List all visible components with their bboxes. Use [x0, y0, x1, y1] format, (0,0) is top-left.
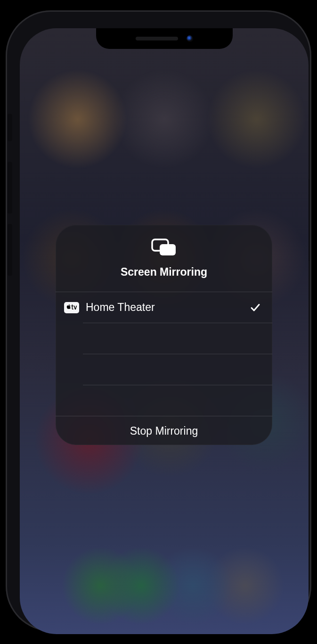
stop-mirroring-label: Stop Mirroring — [130, 425, 198, 437]
volume-up-button — [8, 162, 12, 214]
device-row-home-theater[interactable]: Home Theater — [56, 292, 272, 323]
device-name: Home Theater — [86, 301, 250, 314]
checkmark-icon — [250, 302, 261, 313]
device-row-empty[interactable] — [56, 385, 272, 416]
speaker-grille-icon — [136, 37, 178, 40]
panel-title: Screen Mirroring — [121, 266, 207, 278]
device-row-empty[interactable] — [56, 354, 272, 385]
svg-rect-1 — [160, 244, 176, 255]
phone-frame: Screen Mirroring Home Theater — [6, 10, 311, 631]
panel-header: Screen Mirroring — [56, 225, 272, 292]
stop-mirroring-button[interactable]: Stop Mirroring — [56, 416, 272, 446]
volume-down-button — [8, 224, 12, 276]
apple-tv-icon — [64, 302, 79, 313]
notch — [96, 28, 233, 49]
screen-mirroring-panel: Screen Mirroring Home Theater — [56, 225, 272, 445]
device-list: Home Theater — [56, 292, 272, 416]
screen-mirroring-icon — [151, 239, 177, 259]
phone-screen: Screen Mirroring Home Theater — [20, 28, 309, 634]
mute-switch — [8, 114, 12, 141]
front-camera-icon — [187, 35, 193, 42]
device-row-empty[interactable] — [56, 323, 272, 354]
